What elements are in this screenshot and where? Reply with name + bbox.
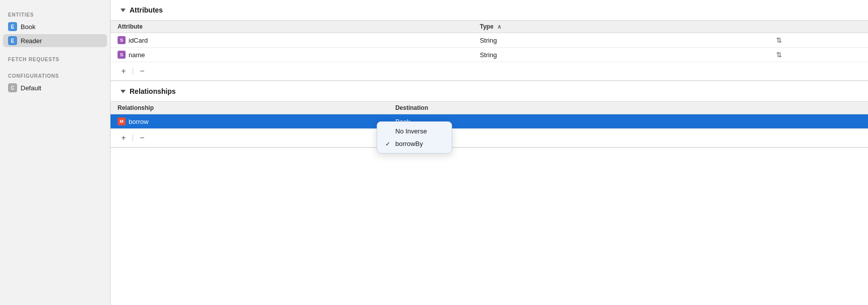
name-type-badge: S — [118, 51, 126, 59]
borrow-name: borrow — [129, 118, 149, 125]
rel-toolbar-divider — [133, 134, 133, 141]
attributes-title: Attributes — [130, 6, 163, 14]
attr-col-attribute: Attribute — [111, 21, 473, 33]
reader-label: Reader — [21, 37, 42, 45]
attributes-section: Attributes Attribute Type ∧ S — [111, 0, 868, 81]
configurations-section-label: CONFIGURATIONS — [0, 69, 110, 81]
borrow-inverse — [615, 114, 868, 129]
attr-toolbar-divider — [133, 68, 133, 75]
reader-badge: E — [8, 36, 17, 45]
sidebar: ENTITIES E Book E Reader FETCH REQUESTS … — [0, 0, 111, 305]
borrowby-check: ✓ — [385, 140, 392, 147]
attributes-table: Attribute Type ∧ S idCard — [111, 20, 868, 62]
inverse-dropdown: No Inverse ✓ borrowBy — [377, 121, 452, 154]
add-attribute-button[interactable]: + — [119, 66, 129, 76]
add-relationship-button[interactable]: + — [119, 133, 129, 143]
type-sort-icon[interactable]: ∧ — [497, 24, 501, 30]
attr-row-name[interactable]: S name String ⇅ — [111, 48, 868, 62]
default-badge: C — [8, 83, 17, 92]
relationships-table-wrapper: Relationship Destination M borrow B — [111, 101, 868, 129]
relationships-section-header[interactable]: Relationships — [111, 81, 868, 101]
name-name: name — [129, 51, 145, 59]
attributes-collapse-icon — [121, 9, 126, 12]
name-stepper[interactable]: ⇅ — [776, 51, 782, 59]
default-label: Default — [21, 84, 41, 92]
relationships-section: Relationships Relationship Destination M — [111, 81, 868, 148]
dropdown-item-borrowby[interactable]: ✓ borrowBy — [377, 137, 452, 150]
sidebar-item-book[interactable]: E Book — [3, 20, 107, 33]
rel-col-destination: Destination — [388, 102, 615, 114]
rel-col-relationship: Relationship — [111, 102, 388, 114]
attr-col-type: Type ∧ — [473, 21, 769, 33]
rel-col-inverse — [615, 102, 868, 114]
sidebar-item-reader[interactable]: E Reader — [3, 34, 107, 47]
idcard-type-badge: S — [118, 36, 126, 44]
attr-col-sort — [769, 21, 868, 33]
attributes-section-header[interactable]: Attributes — [111, 0, 868, 20]
name-type: String — [473, 48, 769, 62]
remove-attribute-button[interactable]: − — [137, 66, 147, 76]
book-badge: E — [8, 22, 17, 31]
relationships-title: Relationships — [130, 87, 176, 95]
entities-section-label: ENTITIES — [0, 8, 110, 20]
relationships-collapse-icon — [121, 90, 126, 93]
no-inverse-label: No Inverse — [395, 127, 427, 135]
attributes-toolbar: + − — [111, 62, 868, 81]
idcard-stepper[interactable]: ⇅ — [776, 36, 782, 44]
remove-relationship-button[interactable]: − — [137, 133, 147, 143]
main-content: Attributes Attribute Type ∧ S — [111, 0, 868, 305]
book-label: Book — [21, 23, 36, 31]
dropdown-item-no-inverse[interactable]: No Inverse — [377, 125, 452, 137]
sidebar-item-default[interactable]: C Default — [3, 81, 107, 94]
fetch-requests-section-label: FETCH REQUESTS — [0, 53, 110, 64]
attr-row-idcard[interactable]: S idCard String ⇅ — [111, 33, 868, 48]
idcard-name: idCard — [129, 37, 148, 44]
idcard-type: String — [473, 33, 769, 48]
relationships-table: Relationship Destination M borrow B — [111, 101, 868, 129]
rel-row-borrow[interactable]: M borrow Book — [111, 114, 868, 129]
relationships-toolbar: + − — [111, 129, 868, 147]
borrowby-label: borrowBy — [395, 140, 423, 147]
borrow-type-badge: M — [118, 117, 126, 125]
